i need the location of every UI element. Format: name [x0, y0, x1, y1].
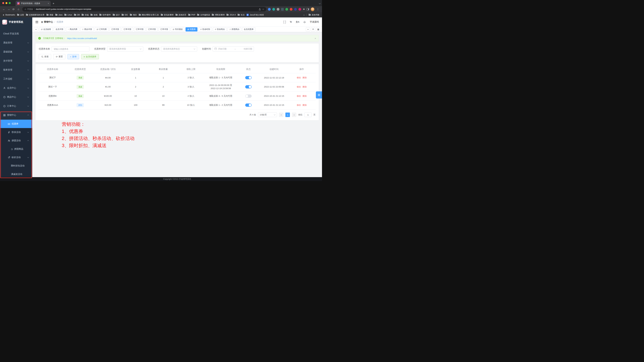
- refresh-tab-button[interactable]: ⟳: [311, 27, 315, 32]
- extension-icon[interactable]: [286, 8, 288, 11]
- tagsview-tab[interactable]: ◷拼团商品: [228, 27, 241, 32]
- created-date-range[interactable]: 开始日期 – 结束日期: [212, 46, 254, 52]
- reload-button[interactable]: ⟳: [11, 7, 16, 12]
- delete-link[interactable]: 删除: [302, 104, 307, 106]
- extension-icon[interactable]: [281, 8, 284, 11]
- sidebar-item-discount[interactable]: 限时折扣活动: [0, 162, 32, 170]
- bookmark-item[interactable]: 运营: [16, 13, 25, 17]
- tab-search-chevron-icon[interactable]: [319, 2, 320, 4]
- bookmark-item[interactable]: 资讯未整理: [160, 13, 174, 17]
- extension-icon[interactable]: [290, 8, 292, 11]
- fullscreen-icon[interactable]: [284, 21, 286, 23]
- member-coupon-button[interactable]: ≡ 会员优惠券: [81, 54, 99, 59]
- sidebar-item-group-buy[interactable]: 拼团活动: [0, 136, 32, 145]
- bookmarks-overflow-icon[interactable]: »: [302, 14, 306, 16]
- delete-link[interactable]: 删除: [302, 95, 307, 97]
- goto-page-input[interactable]: [304, 113, 312, 117]
- tabs-scroll-left-button[interactable]: «: [34, 27, 38, 32]
- zoom-window-button[interactable]: [9, 2, 11, 4]
- bookmark-item[interactable]: IDE: [121, 13, 129, 17]
- layout-grid-button[interactable]: ▦: [316, 27, 320, 32]
- bookmark-item[interactable]: 网站/博客/文章/工具: [138, 13, 160, 17]
- tagsview-tab[interactable]: ○商品列表: [66, 27, 79, 32]
- extension-icon[interactable]: [268, 8, 271, 11]
- add-button[interactable]: + 新增: [68, 54, 79, 59]
- status-toggle[interactable]: [245, 85, 252, 89]
- bookmark-item[interactable]: 2014-4: [226, 13, 236, 17]
- tagsview-tab[interactable]: 订单详情: [134, 27, 145, 32]
- bookmark-item[interactable]: PHP: [187, 13, 196, 17]
- sidebar-item-marketing-center[interactable]: 营销中心: [0, 111, 32, 120]
- extension-icon[interactable]: [277, 8, 280, 11]
- tagsview-tab[interactable]: ▤会员标签: [39, 27, 53, 32]
- breadcrumb-root[interactable]: ⊞ 营销中心: [41, 21, 53, 24]
- tagsview-tab[interactable]: 订单详情: [158, 27, 170, 32]
- tagsview-tab[interactable]: 订单详情: [110, 27, 121, 32]
- alert-doc-link[interactable]: https://doc.iocoder.cn/mall/build/: [67, 37, 97, 40]
- security-status[interactable]: ⚠ 不安全: [24, 8, 33, 11]
- font-size-icon[interactable]: Tr: [290, 21, 292, 23]
- sidebar-item-group-product[interactable]: ◷ 拼团商品: [0, 145, 32, 153]
- bookmark-item-other[interactable]: 其他书签: [308, 13, 320, 17]
- sidebar-item-cloud-docs[interactable]: Cloud 开发文档: [0, 29, 32, 38]
- coupon-name-input[interactable]: [52, 46, 89, 52]
- close-window-button[interactable]: [2, 2, 4, 4]
- close-icon[interactable]: ×: [314, 37, 316, 40]
- url-text[interactable]: dashboard-vue3.yudao.iocoder.cn/promotio…: [36, 8, 257, 10]
- bookmark-item[interactable]: BJava开发|小组首: [246, 13, 265, 17]
- sidebar-item-coupon[interactable]: 优惠券: [0, 120, 32, 128]
- bookmark-item[interactable]: 文件服务器: [196, 13, 211, 17]
- edit-link[interactable]: 修改: [297, 76, 301, 79]
- bookmark-item[interactable]: Linux: [64, 13, 73, 17]
- edit-link[interactable]: 修改: [297, 104, 301, 106]
- bookmark-star-icon[interactable]: ☆: [262, 8, 264, 11]
- minimize-window-button[interactable]: [6, 2, 8, 4]
- tagsview-tab[interactable]: 订单详情: [122, 27, 133, 32]
- bookmark-item[interactable]: DB: [73, 13, 81, 17]
- browser-menu-icon[interactable]: ⋮: [316, 8, 320, 11]
- current-page[interactable]: 1: [286, 113, 290, 117]
- tagsview-tab[interactable]: 会员详情: [54, 27, 65, 32]
- bookmark-item[interactable]: 其他语言: [174, 13, 187, 17]
- home-button[interactable]: ⌂: [16, 7, 21, 12]
- bookmark-item[interactable]: Java: [54, 13, 64, 17]
- sidebar-item-system[interactable]: 系统管理: [0, 38, 32, 47]
- sidebar-item-report[interactable]: 报表管理: [0, 65, 32, 75]
- tagsview-tab[interactable]: 订单详情: [146, 27, 158, 32]
- tagsview-tab-active[interactable]: ▤优惠券: [186, 27, 197, 32]
- share-icon[interactable]: [258, 8, 261, 11]
- bookmark-item[interactable]: 搜索: [46, 13, 54, 17]
- extension-icon[interactable]: [298, 8, 301, 11]
- start-date-placeholder[interactable]: 开始日期: [218, 48, 226, 50]
- delete-link[interactable]: 删除: [302, 76, 307, 79]
- status-toggle[interactable]: [245, 76, 252, 79]
- back-button[interactable]: ←: [2, 7, 6, 12]
- tagsview-tab[interactable]: ⊙商品详情: [80, 27, 94, 32]
- bookmark-item[interactable]: 近期需要读的文章: [25, 13, 46, 17]
- sidebar-item-member-center[interactable]: 会员中心: [0, 84, 32, 93]
- prev-page-button[interactable]: ‹: [279, 113, 284, 117]
- sidebar-item-bargain[interactable]: 砍价活动: [0, 153, 32, 162]
- translate-icon[interactable]: 文A: [296, 21, 300, 24]
- bookmark-item[interactable]: 软件/硬件: [98, 13, 112, 17]
- bookmark-item[interactable]: 游戏: [90, 13, 98, 17]
- page-size-select[interactable]: 10条/页: [258, 113, 277, 117]
- hamburger-icon[interactable]: [36, 21, 38, 23]
- bookmark-item[interactable]: 生活: [237, 13, 246, 17]
- coupon-type-select[interactable]: 请选择优惠券类型: [107, 46, 143, 52]
- sidebar-item-workflow[interactable]: 工作流程: [0, 75, 32, 84]
- coupon-status-select[interactable]: 请选择优惠券状态: [161, 46, 197, 52]
- tagsview-tab[interactable]: ⊕秒杀商品: [213, 27, 226, 32]
- bookmark-item[interactable]: 项目: [129, 13, 138, 17]
- tagsview-tab[interactable]: ▤订单列表: [95, 27, 108, 32]
- side-panel-icon[interactable]: [306, 8, 309, 10]
- address-bar[interactable]: ⚠ 不安全 dashboard-vue3.yudao.iocoder.cn/pr…: [22, 7, 266, 12]
- bookmark-item[interactable]: 博客未整理: [211, 13, 226, 17]
- sidebar-item-product-center[interactable]: P 商品中心: [0, 93, 32, 102]
- sidebar-item-order-center[interactable]: C 订单中心: [0, 102, 32, 111]
- sidebar-item-infra[interactable]: 基础设施: [0, 47, 32, 56]
- sidebar-item-payment[interactable]: 支付管理: [0, 56, 32, 65]
- profile-avatar[interactable]: [311, 8, 314, 11]
- tab-close-icon[interactable]: ×: [48, 2, 49, 5]
- forward-button[interactable]: →: [6, 7, 11, 12]
